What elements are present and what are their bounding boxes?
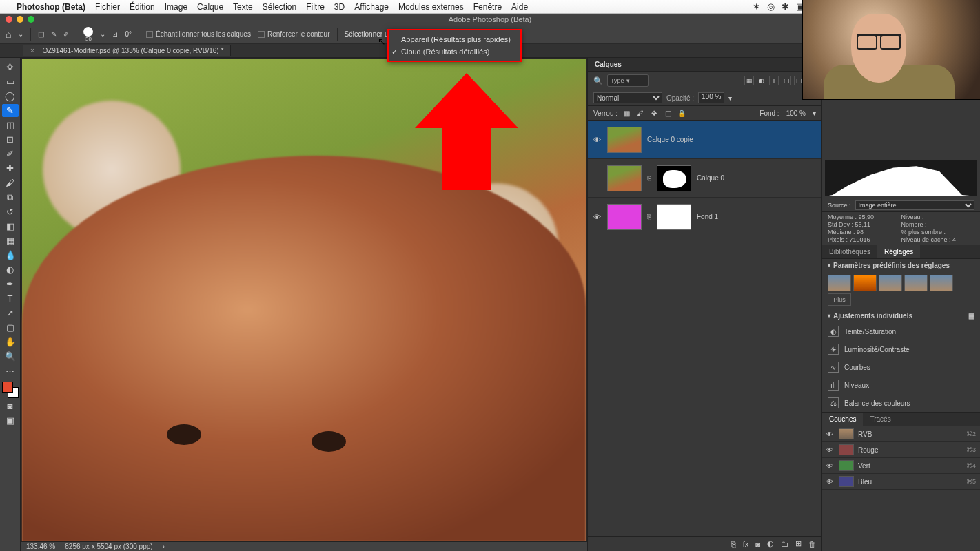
gradient-tool-icon[interactable]: ▦ bbox=[2, 234, 19, 247]
menu-calque[interactable]: Calque bbox=[197, 2, 223, 12]
dropdown-option-cloud[interactable]: Cloud (Résultats détaillés) bbox=[389, 45, 520, 58]
healing-tool-icon[interactable]: ✚ bbox=[2, 162, 19, 175]
channel-row[interactable]: 👁RVB⌘2 bbox=[822, 426, 980, 442]
channel-visibility-icon[interactable]: 👁 bbox=[826, 462, 835, 470]
mode-subtract-icon[interactable]: ✎ bbox=[51, 30, 57, 38]
brush-size-value[interactable]: 30 bbox=[85, 37, 92, 42]
filter-pixel-icon[interactable]: ▦ bbox=[744, 76, 754, 85]
preset-thumbnail[interactable] bbox=[930, 275, 953, 291]
stamp-tool-icon[interactable]: ⧉ bbox=[2, 191, 19, 204]
opacity-dropdown-icon[interactable]: ▾ bbox=[728, 94, 732, 102]
blend-mode-select[interactable]: Normal bbox=[593, 92, 662, 103]
adjustment-curves[interactable]: ∿Courbes bbox=[822, 358, 980, 376]
layers-panel-tab[interactable]: Calques bbox=[588, 58, 821, 72]
delete-layer-icon[interactable]: 🗑 bbox=[808, 540, 816, 548]
history-brush-tool-icon[interactable]: ↺ bbox=[2, 205, 19, 218]
filter-adj-icon[interactable]: ◐ bbox=[757, 76, 766, 85]
tab-couches[interactable]: Couches bbox=[822, 413, 863, 426]
lock-all-icon[interactable]: 🔒 bbox=[677, 108, 686, 118]
status-icon[interactable]: ✶ bbox=[753, 1, 760, 12]
preset-thumbnail[interactable] bbox=[879, 275, 902, 291]
move-tool-icon[interactable]: ✥ bbox=[2, 61, 19, 74]
channel-row[interactable]: 👁Rouge⌘3 bbox=[822, 442, 980, 458]
filter-type-icon[interactable]: T bbox=[769, 76, 779, 85]
blur-tool-icon[interactable]: 💧 bbox=[2, 249, 19, 262]
lock-pixels-icon[interactable]: 🖌 bbox=[635, 108, 645, 118]
quick-selection-tool-icon[interactable]: ✎ bbox=[2, 104, 19, 117]
layer-kind-filter[interactable]: Type ▾ bbox=[607, 74, 649, 87]
menu-fenetre[interactable]: Fenêtre bbox=[473, 2, 502, 12]
layer-row[interactable]: ⎘ Calque 0 bbox=[588, 159, 821, 198]
type-tool-icon[interactable]: T bbox=[2, 292, 19, 305]
brush-dropdown-icon[interactable]: ⌄ bbox=[100, 30, 105, 38]
path-tool-icon[interactable]: ↗ bbox=[2, 306, 19, 320]
channel-visibility-icon[interactable]: 👁 bbox=[826, 446, 835, 454]
angle-value[interactable]: 0° bbox=[125, 30, 132, 38]
document-tab[interactable]: × _OZ91461-Modifier.psd @ 133% (Calque 0… bbox=[23, 45, 231, 56]
canvas-area[interactable]: 133,46 % 8256 px x 5504 px (300 ppp) › bbox=[21, 58, 587, 551]
eraser-tool-icon[interactable]: ◧ bbox=[2, 220, 19, 233]
app-menu[interactable]: Photoshop (Beta) bbox=[17, 2, 85, 12]
opacity-value[interactable]: 100 % bbox=[698, 92, 724, 103]
pen-tool-icon[interactable]: ✒ bbox=[2, 278, 19, 291]
layer-visibility-icon[interactable]: 👁 bbox=[592, 213, 602, 221]
home-icon[interactable]: ⌂ bbox=[6, 29, 11, 40]
status-icon[interactable]: ◎ bbox=[767, 1, 775, 12]
layer-fx-icon[interactable]: fx bbox=[743, 540, 749, 548]
lock-artboard-icon[interactable]: ◫ bbox=[663, 108, 673, 118]
lasso-tool-icon[interactable]: ◯ bbox=[2, 90, 19, 103]
foreground-color-swatch[interactable] bbox=[2, 382, 13, 393]
adjustment-levels[interactable]: ılıNiveaux bbox=[822, 376, 980, 394]
zoom-tool-icon[interactable]: 🔍 bbox=[2, 350, 19, 363]
window-maximize-button[interactable] bbox=[28, 16, 34, 23]
tool-preset-icon[interactable]: ⌄ bbox=[18, 30, 23, 38]
fill-value[interactable]: 100 % bbox=[784, 110, 808, 117]
status-more-icon[interactable]: › bbox=[163, 543, 165, 550]
status-icon[interactable]: ✱ bbox=[782, 1, 789, 12]
preset-thumbnail[interactable] bbox=[904, 275, 928, 291]
new-group-icon[interactable]: 🗀 bbox=[781, 540, 788, 548]
new-adjustment-icon[interactable]: ◐ bbox=[767, 539, 774, 548]
adjustments-section-header[interactable]: ▾Ajustements individuels▦ bbox=[822, 309, 980, 322]
histogram[interactable] bbox=[825, 160, 977, 196]
menu-affichage[interactable]: Affichage bbox=[354, 2, 389, 12]
brush-preview-icon[interactable] bbox=[83, 27, 93, 37]
window-close-button[interactable] bbox=[6, 16, 12, 23]
filter-shape-icon[interactable]: ▢ bbox=[782, 76, 791, 85]
screenmode-icon[interactable]: ▣ bbox=[2, 414, 19, 427]
menu-texte[interactable]: Texte bbox=[233, 2, 253, 12]
edit-toolbar-icon[interactable]: ⋯ bbox=[2, 364, 19, 377]
marquee-tool-icon[interactable]: ▭ bbox=[2, 75, 19, 88]
menu-3d[interactable]: 3D bbox=[334, 2, 345, 12]
adjustment-hue[interactable]: ◐Teinte/Saturation bbox=[822, 322, 980, 340]
tab-close-icon[interactable]: × bbox=[30, 47, 34, 54]
refine-edge-checkbox[interactable] bbox=[258, 31, 265, 38]
new-layer-icon[interactable]: ⊞ bbox=[795, 539, 802, 548]
preset-thumbnail[interactable] bbox=[853, 275, 877, 291]
eyedropper-tool-icon[interactable]: ✐ bbox=[2, 147, 19, 160]
quickmask-icon[interactable]: ◙ bbox=[2, 399, 19, 413]
mode-intersect-icon[interactable]: ✐ bbox=[63, 30, 69, 38]
layer-name[interactable]: Fond 1 bbox=[697, 213, 718, 220]
tab-traces[interactable]: Tracés bbox=[863, 413, 897, 426]
layer-row[interactable]: 👁 Calque 0 copie bbox=[588, 121, 821, 159]
mode-add-icon[interactable]: ◫ bbox=[38, 30, 44, 38]
tab-reglages[interactable]: Réglages bbox=[877, 245, 920, 258]
layer-visibility-icon[interactable]: 👁 bbox=[592, 136, 602, 144]
mask-link-icon[interactable]: ⎘ bbox=[647, 174, 651, 182]
lock-position-icon[interactable]: ✥ bbox=[649, 108, 659, 118]
color-swatches[interactable] bbox=[2, 382, 19, 398]
layer-thumbnail[interactable] bbox=[607, 165, 642, 191]
fill-dropdown-icon[interactable]: ▾ bbox=[813, 110, 816, 117]
channel-row[interactable]: 👁Vert⌘4 bbox=[822, 458, 980, 474]
menu-image[interactable]: Image bbox=[165, 2, 187, 12]
status-dims[interactable]: 8256 px x 5504 px (300 ppp) bbox=[65, 543, 152, 550]
window-minimize-button[interactable] bbox=[17, 16, 23, 23]
menu-fichier[interactable]: Fichier bbox=[95, 2, 120, 12]
tab-bibliotheques[interactable]: Bibliothèques bbox=[822, 245, 877, 258]
channel-visibility-icon[interactable]: 👁 bbox=[826, 430, 835, 438]
dodge-tool-icon[interactable]: ◐ bbox=[2, 263, 19, 276]
hand-tool-icon[interactable]: ✋ bbox=[2, 335, 19, 349]
frame-tool-icon[interactable]: ⊡ bbox=[2, 133, 19, 146]
add-mask-icon[interactable]: ◙ bbox=[755, 540, 760, 548]
